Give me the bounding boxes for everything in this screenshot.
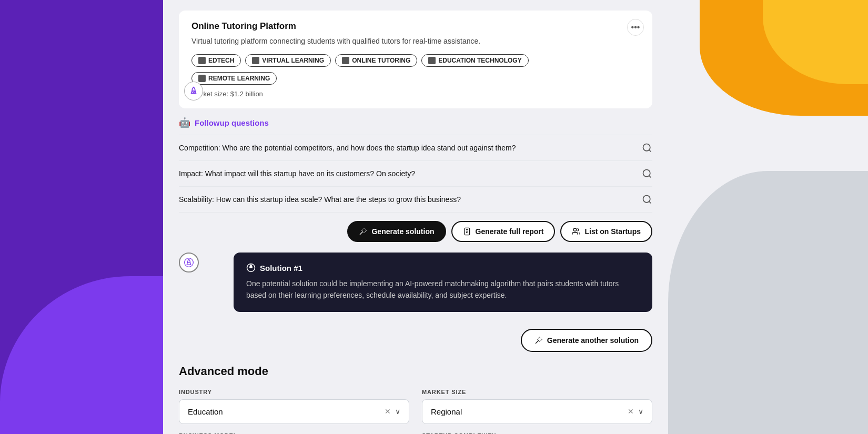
idea-card: Online Tutoring Platform Virtual tutorin… xyxy=(179,11,652,108)
list-on-startups-button[interactable]: List on Startups xyxy=(560,221,652,242)
tags-row-2: REMOTE LEARNING xyxy=(191,72,640,85)
rocket-icon xyxy=(189,86,198,96)
solution-text: One potential solution could be implemen… xyxy=(246,278,640,301)
tag-education-technology: EDUCATION TECHNOLOGY xyxy=(421,54,528,67)
followup-item-impact[interactable]: Impact: What impact will this startup ha… xyxy=(179,160,652,186)
tag-virtual-learning: VIRTUAL LEARNING xyxy=(245,54,331,67)
card-description: Virtual tutoring platform connecting stu… xyxy=(191,36,640,47)
market-size-value: Regional xyxy=(431,407,462,416)
more-options-button[interactable]: ••• xyxy=(627,19,644,36)
followup-text-competition: Competition: Who are the potential compe… xyxy=(179,144,642,152)
followup-text-impact: Impact: What impact will this startup ha… xyxy=(179,169,642,178)
solution-wrapper: Solution #1 One potential solution could… xyxy=(179,253,652,320)
rocket-avatar-icon xyxy=(184,257,194,268)
search-icon xyxy=(642,143,652,153)
people-icon xyxy=(572,227,580,236)
action-buttons-row: Generate solution Generate full report L… xyxy=(179,221,652,242)
generate-another-row: Generate another solution xyxy=(179,329,652,352)
industry-group: INDUSTRY Education ✕ ∨ xyxy=(179,389,409,424)
market-size-select[interactable]: Regional ✕ ∨ xyxy=(422,399,652,424)
solution-title: Solution #1 xyxy=(260,264,302,272)
industry-value: Education xyxy=(188,407,223,416)
report-icon xyxy=(463,227,471,236)
generate-another-button[interactable]: Generate another solution xyxy=(521,329,652,352)
solution-icon xyxy=(246,263,256,272)
svg-point-0 xyxy=(193,91,195,93)
search-icon xyxy=(642,168,652,179)
industry-label: INDUSTRY xyxy=(179,389,409,395)
tag-icon xyxy=(252,57,259,64)
tag-icon xyxy=(342,57,349,64)
generate-solution-label: Generate solution xyxy=(371,227,434,236)
followup-header: 🤖 Followup questions xyxy=(179,117,652,128)
tag-remote-learning: REMOTE LEARNING xyxy=(191,72,277,85)
svg-point-1 xyxy=(643,144,650,151)
advanced-mode-section: Advanced mode INDUSTRY Education ✕ ∨ MAR… xyxy=(179,365,652,434)
market-size-group: MARKET SIZE Regional ✕ ∨ xyxy=(422,389,652,424)
followup-item-competition[interactable]: Competition: Who are the potential compe… xyxy=(179,135,652,160)
robot-icon: 🤖 xyxy=(179,117,190,128)
wand-icon xyxy=(359,227,367,236)
advanced-mode-form: INDUSTRY Education ✕ ∨ MARKET SIZE Regio… xyxy=(179,389,652,434)
tag-edtech: EDTECH xyxy=(191,54,241,67)
tag-icon xyxy=(428,57,436,64)
svg-point-2 xyxy=(643,170,650,177)
market-size-clear-icon[interactable]: ✕ xyxy=(628,407,634,416)
tag-icon xyxy=(198,57,206,64)
search-icon xyxy=(642,194,652,205)
followup-section: 🤖 Followup questions Competition: Who ar… xyxy=(179,117,652,213)
generate-another-label: Generate another solution xyxy=(547,336,639,345)
market-size-chevron-icon[interactable]: ∨ xyxy=(638,407,643,416)
tag-online-tutoring: ONLINE TUTORING xyxy=(335,54,417,67)
advanced-mode-title: Advanced mode xyxy=(179,365,652,378)
industry-select-actions: ✕ ∨ xyxy=(385,407,400,416)
solution-header: Solution #1 xyxy=(246,263,640,272)
wand-icon-2 xyxy=(534,336,543,345)
solution-box: Solution #1 One potential solution could… xyxy=(234,253,652,312)
svg-point-5 xyxy=(574,228,577,231)
tag-icon xyxy=(198,75,206,82)
svg-point-3 xyxy=(643,196,650,203)
sidebar-rocket-icon[interactable] xyxy=(184,82,203,100)
industry-select[interactable]: Education ✕ ∨ xyxy=(179,399,409,424)
generate-report-button[interactable]: Generate full report xyxy=(451,221,556,242)
followup-text-scalability: Scalability: How can this startup idea s… xyxy=(179,195,642,204)
market-size-label: MARKET SIZE xyxy=(422,389,652,395)
generate-solution-button[interactable]: Generate solution xyxy=(347,221,446,242)
industry-chevron-icon[interactable]: ∨ xyxy=(395,407,400,416)
right-gray-decoration xyxy=(668,171,868,434)
avatar-icon xyxy=(179,253,199,272)
tags-container: EDTECH VIRTUAL LEARNING ONLINE TUTORING … xyxy=(191,54,640,67)
industry-clear-icon[interactable]: ✕ xyxy=(385,407,391,416)
market-size-select-actions: ✕ ∨ xyxy=(628,407,643,416)
followup-item-scalability[interactable]: Scalability: How can this startup idea s… xyxy=(179,186,652,213)
list-on-startups-label: List on Startups xyxy=(584,227,641,236)
main-content: Online Tutoring Platform Virtual tutorin… xyxy=(163,0,668,434)
market-size-text: Market size: $1.2 billion xyxy=(191,90,640,98)
generate-report-label: Generate full report xyxy=(476,227,544,236)
card-title: Online Tutoring Platform xyxy=(191,21,640,32)
followup-title: Followup questions xyxy=(195,118,269,127)
